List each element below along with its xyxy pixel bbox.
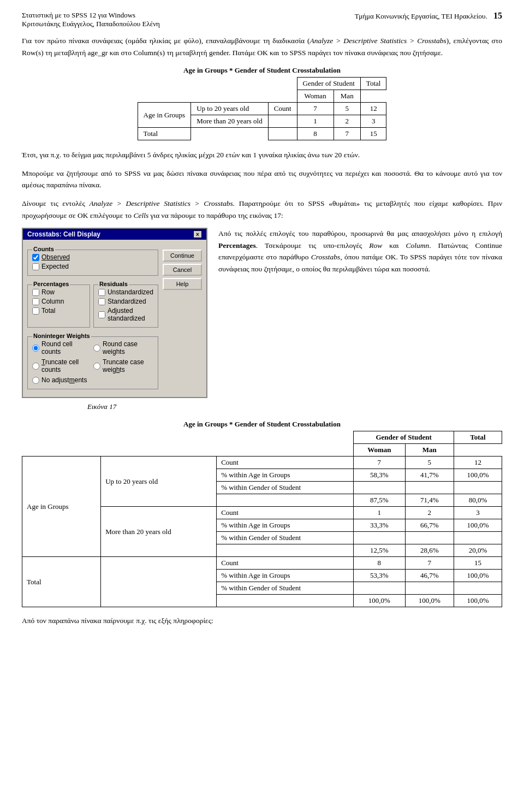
measure-label xyxy=(217,544,354,557)
round-case-radio[interactable] xyxy=(93,345,100,352)
dialog-close-button[interactable]: × xyxy=(193,230,202,238)
row-pct-checkbox[interactable] xyxy=(32,289,39,296)
crosstab1-table: Gender of Student Total Woman Man Age in… xyxy=(138,77,387,140)
dialog-buttons: Continue Cancel Help xyxy=(163,244,202,393)
column-pct-label: Column xyxy=(41,298,64,305)
woman-value xyxy=(354,482,405,494)
adj-std-label: Adjusted standardized xyxy=(108,307,153,322)
dialog-caption: Εικόνα 17 xyxy=(87,402,207,411)
residuals-section: Residuals Unstandardized Standardized xyxy=(93,285,158,328)
truncate-case-label: Truncate case weights xyxy=(103,358,153,374)
total-pct-row: Total xyxy=(32,307,85,315)
man-value: 41,7% xyxy=(405,469,454,482)
dialog-section: Crosstabs: Cell Display × Counts Observe… xyxy=(22,228,502,411)
man-value: 66,7% xyxy=(405,519,454,532)
dialog-content: Counts Observed Expected xyxy=(23,240,206,397)
man-value: 28,6% xyxy=(405,544,454,557)
observed-row: Observed xyxy=(32,253,153,261)
intro-text-content: Για τον πρώτο πίνακα συνάφειας (ομάδα ηλ… xyxy=(22,37,502,57)
adjstd-row: Adjusted standardized xyxy=(98,307,153,322)
percentages-section: Percentages Row Column xyxy=(27,285,90,328)
man-value xyxy=(405,532,454,544)
total-value xyxy=(454,582,502,595)
counts-label: Counts xyxy=(32,246,55,252)
no-adjustments-radio[interactable] xyxy=(32,377,39,384)
header-right: Τμήμα Κοινωνικής Εργασίας, ΤΕΙ Ηρακλείου… xyxy=(355,11,502,21)
total-value: 100,0% xyxy=(454,595,502,607)
total-value xyxy=(454,482,502,494)
page-number: 15 xyxy=(493,11,502,20)
column-pct-row: Column xyxy=(32,298,85,305)
total-value: 100,0% xyxy=(454,570,502,582)
col-gender-header: Gender of Student xyxy=(297,78,360,90)
header-left: Στατιστική με το SPSS 12 για Windows Κρι… xyxy=(22,11,160,28)
man-value xyxy=(405,582,454,595)
up20-total: 12 xyxy=(360,103,386,115)
truncate-case-row: Truncate case weights xyxy=(93,358,153,374)
truncate-cell-label: Truncate cell counts xyxy=(41,358,92,374)
more20-woman: 1 xyxy=(297,115,334,128)
row-pct-label: Row xyxy=(41,288,55,296)
round-cell-label: Round cell counts xyxy=(41,340,92,355)
up20-man: 5 xyxy=(334,103,360,115)
col-woman-header: Woman xyxy=(297,90,334,103)
measure-label xyxy=(217,494,354,507)
footer-paragraph: Από τον παραπάνω πίνακα παίρνουμε π.χ. τ… xyxy=(22,615,502,627)
expected-checkbox[interactable] xyxy=(32,263,39,270)
dialog-box: Crosstabs: Cell Display × Counts Observe… xyxy=(22,228,207,398)
col-man-header: Man xyxy=(334,90,360,103)
crosstab1-title: Age in Groups * Gender of Student Crosst… xyxy=(22,66,502,75)
count-label-3 xyxy=(268,128,297,140)
header-institution: Τμήμα Κοινωνικής Εργασίας, ΤΕΙ Ηρακλείου… xyxy=(355,12,487,20)
round-case-row: Round case weights xyxy=(93,340,153,355)
observed-checkbox[interactable] xyxy=(32,254,39,261)
row-age-groups-label: Age in Groups xyxy=(138,103,191,128)
measure-label: % within Gender of Student xyxy=(217,532,354,544)
column-pct-checkbox[interactable] xyxy=(32,298,39,305)
unstd-row: Unstandardized xyxy=(98,288,153,296)
standardized-checkbox[interactable] xyxy=(98,298,105,305)
intro-paragraph: Για τον πρώτο πίνακα συνάφειας (ομάδα ηλ… xyxy=(22,35,502,58)
crosstab2-table: Gender of Student Total Woman Man Age in… xyxy=(22,431,502,607)
help-button[interactable]: Help xyxy=(163,278,202,290)
truncate-case-radio[interactable] xyxy=(93,363,100,370)
header-title: Στατιστική με το SPSS 12 για Windows xyxy=(22,11,160,20)
header-authors: Κριτσωτάκης Ευάγγελος, Παπαδοπούλου Ελέν… xyxy=(22,20,160,28)
total-value: 20,0% xyxy=(454,544,502,557)
woman-value: 58,3% xyxy=(354,469,405,482)
cancel-button[interactable]: Cancel xyxy=(163,264,202,276)
woman-value: 53,3% xyxy=(354,570,405,582)
col-total-header: Total xyxy=(360,78,386,90)
footer-text: Από τον παραπάνω πίνακα παίρνουμε π.χ. τ… xyxy=(22,617,213,625)
round-cell-radio[interactable] xyxy=(32,345,39,352)
total-row-label: Total xyxy=(138,128,191,140)
up20-woman: 7 xyxy=(297,103,334,115)
percentages-label: Percentages xyxy=(32,281,70,287)
truncate-cell-row: Truncate cell counts xyxy=(32,358,92,374)
man-value: 7 xyxy=(405,557,454,570)
man-value xyxy=(405,482,454,494)
residuals-label: Residuals xyxy=(98,281,129,287)
round-cell-row: Round cell counts xyxy=(32,340,92,355)
standardized-label: Standardized xyxy=(108,298,146,305)
woman-value: 100,0% xyxy=(354,595,405,607)
total-total: 15 xyxy=(360,128,386,140)
adj-std-checkbox[interactable] xyxy=(98,311,105,318)
total-value: 100,0% xyxy=(454,519,502,532)
total-subgroup-empty xyxy=(101,557,217,607)
truncate-cell-radio[interactable] xyxy=(32,363,39,370)
woman-value: 1 xyxy=(354,507,405,519)
crosstab2-gender-header: Gender of Student xyxy=(354,431,454,444)
measure-label: % within Age in Groups xyxy=(217,469,354,482)
continue-button[interactable]: Continue xyxy=(163,250,202,262)
measure-label: % within Age in Groups xyxy=(217,519,354,532)
more20-man: 2 xyxy=(334,115,360,128)
crosstab2-title: Age in Groups * Gender of Student Crosst… xyxy=(22,420,502,429)
total-pct-label: Total xyxy=(41,307,55,315)
unstandardized-checkbox[interactable] xyxy=(98,289,105,296)
measure-label: % within Age in Groups xyxy=(217,570,354,582)
crosstab2-man-header: Man xyxy=(405,444,454,457)
total-pct-checkbox[interactable] xyxy=(32,307,39,315)
unstandardized-label: Unstandardized xyxy=(108,288,153,296)
woman-value: 7 xyxy=(354,457,405,469)
